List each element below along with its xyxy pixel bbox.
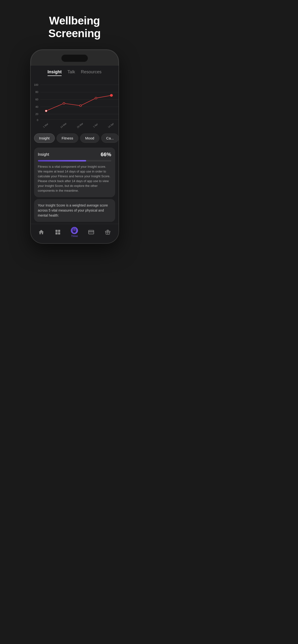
svg-rect-23 — [58, 230, 60, 232]
tab-talk[interactable]: Talk — [67, 70, 75, 76]
filter-fitness[interactable]: Fitness — [57, 134, 78, 143]
dynamic-island — [61, 54, 88, 62]
filter-insight[interactable]: Insight — [34, 134, 55, 143]
svg-text:1 Mar: 1 Mar — [42, 122, 49, 128]
home-icon — [38, 229, 44, 235]
svg-text:60: 60 — [35, 98, 38, 101]
page-title: Wellbeing Screening — [49, 14, 101, 40]
svg-point-26 — [72, 228, 77, 233]
nav-tabs: Insight Talk Resources — [31, 66, 118, 78]
svg-text:0: 0 — [37, 118, 38, 122]
svg-text:40: 40 — [35, 106, 38, 108]
bottom-nav-home[interactable] — [35, 229, 47, 235]
svg-point-20 — [95, 97, 97, 99]
filter-ca[interactable]: Ca... — [101, 134, 118, 143]
svg-text:100: 100 — [34, 84, 38, 86]
svg-text:14 Apr: 14 Apr — [107, 122, 114, 128]
chart-svg: 100 80 60 40 20 0 1 Mar 14 Mar 25 Mar 1 … — [31, 80, 118, 130]
grid-icon — [55, 229, 61, 235]
insight-card-header: Insight 66% — [38, 152, 111, 158]
thrive-icon — [71, 227, 78, 234]
svg-point-18 — [63, 102, 65, 104]
filter-mood[interactable]: Mood — [80, 134, 99, 143]
chart-container: 100 80 60 40 20 0 1 Mar 14 Mar 25 Mar 1 … — [31, 78, 118, 130]
svg-point-27 — [73, 228, 76, 231]
gift-icon — [105, 229, 111, 235]
insight-card-title: Insight — [38, 152, 49, 157]
phone-frame: Insight Talk Resources 100 80 — [30, 49, 119, 244]
phone-screen: Insight Talk Resources 100 80 — [31, 66, 118, 243]
svg-point-21 — [110, 94, 112, 96]
tab-resources[interactable]: Resources — [81, 70, 101, 76]
bottom-nav-thrive[interactable]: Thrive — [68, 227, 80, 238]
bottom-nav-gift[interactable] — [102, 229, 114, 235]
insight-card-value: 66% — [100, 152, 111, 158]
page-header: Wellbeing Screening — [44, 0, 106, 49]
svg-rect-29 — [89, 231, 94, 232]
svg-text:20: 20 — [35, 112, 38, 116]
svg-text:80: 80 — [35, 90, 38, 94]
bottom-nav: Thrive — [31, 224, 118, 243]
svg-rect-25 — [58, 232, 60, 234]
svg-text:1 Apr: 1 Apr — [92, 122, 98, 128]
insight-card-description: Fitness is a vital component of your Ins… — [38, 164, 111, 193]
thrive-logo-icon — [71, 227, 77, 234]
thrive-label: Thrive — [71, 235, 78, 238]
svg-rect-24 — [56, 232, 58, 234]
filter-buttons: Insight Fitness Mood Ca... — [31, 130, 118, 146]
info-card-text: Your Insight Score is a weighted average… — [38, 203, 111, 218]
insight-card: Insight 66% Fitness is a vital component… — [34, 148, 115, 197]
bottom-nav-grid[interactable] — [52, 229, 64, 235]
svg-text:14 Mar: 14 Mar — [60, 122, 67, 129]
progress-bar-fill — [38, 160, 86, 162]
svg-text:25 Mar: 25 Mar — [76, 122, 84, 129]
info-card: Your Insight Score is a weighted average… — [34, 199, 115, 222]
card-icon — [88, 229, 94, 235]
svg-point-19 — [79, 105, 81, 106]
tab-insight[interactable]: Insight — [48, 70, 62, 76]
svg-point-17 — [45, 110, 47, 112]
bottom-nav-card[interactable] — [85, 229, 97, 235]
progress-bar-background — [38, 160, 111, 162]
svg-rect-22 — [56, 230, 58, 232]
